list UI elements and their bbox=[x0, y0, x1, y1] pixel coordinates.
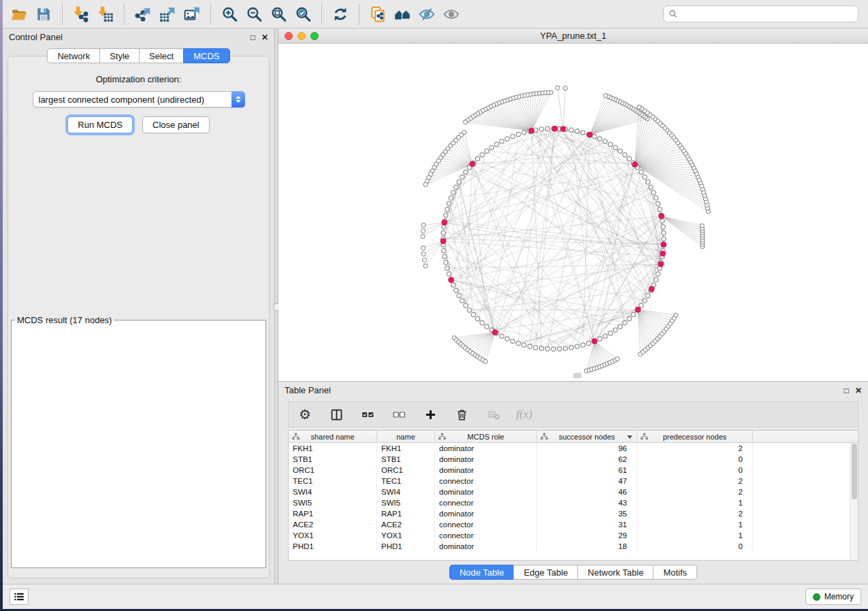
column-header-MCDS-role[interactable]: MCDS role bbox=[435, 431, 537, 442]
network-node[interactable] bbox=[551, 347, 556, 352]
network-node[interactable] bbox=[511, 339, 515, 344]
mcds-network-node[interactable] bbox=[659, 214, 664, 219]
network-node[interactable] bbox=[539, 346, 544, 351]
select-all-columns-icon[interactable] bbox=[359, 406, 376, 423]
table-row[interactable]: SWI5SWI5connector431 bbox=[289, 497, 850, 508]
column-header-predecessor-nodes[interactable]: predecessor nodes bbox=[637, 431, 753, 442]
mcds-network-node[interactable] bbox=[658, 261, 664, 267]
table-settings-icon[interactable]: ⚙ bbox=[297, 406, 313, 423]
table-scrollbar-thumb[interactable] bbox=[852, 444, 857, 499]
network-node[interactable] bbox=[449, 196, 453, 201]
network-node[interactable] bbox=[646, 180, 651, 184]
network-node[interactable] bbox=[604, 93, 608, 97]
network-node[interactable] bbox=[569, 128, 574, 133]
network-node[interactable] bbox=[613, 328, 618, 333]
network-node[interactable] bbox=[444, 213, 449, 218]
network-node[interactable] bbox=[662, 237, 666, 242]
table-row[interactable]: PHD1PHD1dominator180 bbox=[289, 541, 850, 552]
export-network-icon[interactable] bbox=[131, 3, 155, 26]
float-panel-icon[interactable]: □ bbox=[251, 33, 255, 42]
export-image-icon[interactable] bbox=[180, 3, 204, 26]
mcds-network-node[interactable] bbox=[560, 127, 566, 132]
close-panel-button[interactable]: Close panel bbox=[142, 116, 210, 133]
apply-layout-icon[interactable] bbox=[328, 3, 353, 26]
tab-motifs[interactable]: Motifs bbox=[653, 565, 697, 580]
network-node[interactable] bbox=[662, 231, 666, 235]
network-node[interactable] bbox=[586, 341, 591, 346]
mcds-network-node[interactable] bbox=[661, 242, 666, 248]
tab-network-table[interactable]: Network Table bbox=[577, 565, 654, 580]
network-node[interactable] bbox=[441, 231, 446, 235]
network-node[interactable] bbox=[480, 152, 485, 157]
network-node[interactable] bbox=[516, 341, 521, 346]
network-node[interactable] bbox=[421, 229, 425, 233]
show-columns-icon[interactable] bbox=[328, 406, 344, 423]
network-node[interactable] bbox=[618, 325, 623, 329]
network-node[interactable] bbox=[581, 343, 585, 348]
create-column-icon[interactable] bbox=[422, 406, 438, 423]
network-node[interactable] bbox=[516, 132, 521, 137]
network-node[interactable] bbox=[603, 334, 608, 339]
network-node[interactable] bbox=[534, 346, 539, 350]
tab-network[interactable]: Network bbox=[47, 48, 100, 63]
column-header-successor-nodes[interactable]: successor nodes bbox=[537, 431, 637, 442]
network-node[interactable] bbox=[545, 127, 550, 131]
network-node[interactable] bbox=[646, 293, 651, 298]
network-node[interactable] bbox=[660, 219, 665, 224]
zoom-selected-icon[interactable] bbox=[291, 3, 315, 26]
table-row[interactable]: RAP1RAP1dominator352 bbox=[289, 508, 850, 519]
network-node[interactable] bbox=[627, 316, 632, 321]
float-panel-icon[interactable]: □ bbox=[844, 386, 849, 395]
network-node[interactable] bbox=[500, 334, 504, 339]
network-node[interactable] bbox=[615, 357, 620, 361]
network-node[interactable] bbox=[447, 201, 451, 206]
network-node[interactable] bbox=[460, 175, 465, 180]
network-node[interactable] bbox=[445, 266, 450, 271]
mcds-network-node[interactable] bbox=[632, 162, 638, 167]
network-node[interactable] bbox=[558, 347, 562, 352]
close-panel-icon[interactable]: ✕ bbox=[261, 33, 268, 42]
network-node[interactable] bbox=[444, 261, 449, 265]
network-node[interactable] bbox=[454, 288, 459, 293]
hide-graphics-details-icon[interactable] bbox=[415, 3, 439, 26]
table-row[interactable]: STB1STB1dominator620 bbox=[289, 454, 850, 465]
network-node[interactable] bbox=[613, 146, 618, 150]
network-node[interactable] bbox=[475, 316, 480, 321]
network-node[interactable] bbox=[485, 325, 489, 329]
mcds-network-node[interactable] bbox=[492, 329, 498, 335]
network-node[interactable] bbox=[421, 235, 425, 239]
network-node[interactable] bbox=[485, 149, 489, 154]
column-header-shared-name[interactable]: shared name bbox=[289, 431, 377, 442]
network-node[interactable] bbox=[643, 175, 647, 180]
network-node[interactable] bbox=[471, 312, 476, 317]
network-node[interactable] bbox=[464, 120, 468, 124]
network-node[interactable] bbox=[521, 343, 526, 348]
network-node[interactable] bbox=[421, 246, 425, 250]
network-node[interactable] bbox=[422, 258, 426, 262]
mcds-network-node[interactable] bbox=[552, 126, 558, 131]
network-node[interactable] bbox=[457, 180, 462, 184]
network-node[interactable] bbox=[598, 337, 602, 342]
network-node[interactable] bbox=[643, 299, 647, 303]
mcds-network-node[interactable] bbox=[529, 128, 534, 133]
network-node[interactable] bbox=[421, 252, 425, 256]
table-row[interactable]: TEC1TEC1connector472 bbox=[289, 476, 850, 486]
network-node[interactable] bbox=[505, 137, 510, 142]
column-header-name[interactable]: name bbox=[377, 431, 435, 442]
network-node[interactable] bbox=[581, 131, 585, 135]
network-node[interactable] bbox=[603, 139, 608, 144]
network-node[interactable] bbox=[539, 127, 544, 132]
delete-column-icon[interactable] bbox=[453, 406, 470, 423]
network-overview-houses-icon[interactable] bbox=[390, 3, 415, 26]
clone-network-icon[interactable] bbox=[366, 3, 390, 26]
network-node[interactable] bbox=[627, 156, 632, 161]
network-node[interactable] bbox=[563, 346, 568, 351]
table-scrollbar[interactable] bbox=[850, 443, 858, 560]
import-network-icon[interactable] bbox=[69, 3, 93, 26]
network-node[interactable] bbox=[464, 303, 468, 308]
mcds-network-node[interactable] bbox=[587, 132, 592, 137]
network-search-field[interactable] bbox=[663, 5, 858, 22]
network-node[interactable] bbox=[505, 337, 510, 342]
network-node[interactable] bbox=[545, 347, 550, 352]
deselect-all-columns-icon[interactable] bbox=[391, 406, 407, 423]
